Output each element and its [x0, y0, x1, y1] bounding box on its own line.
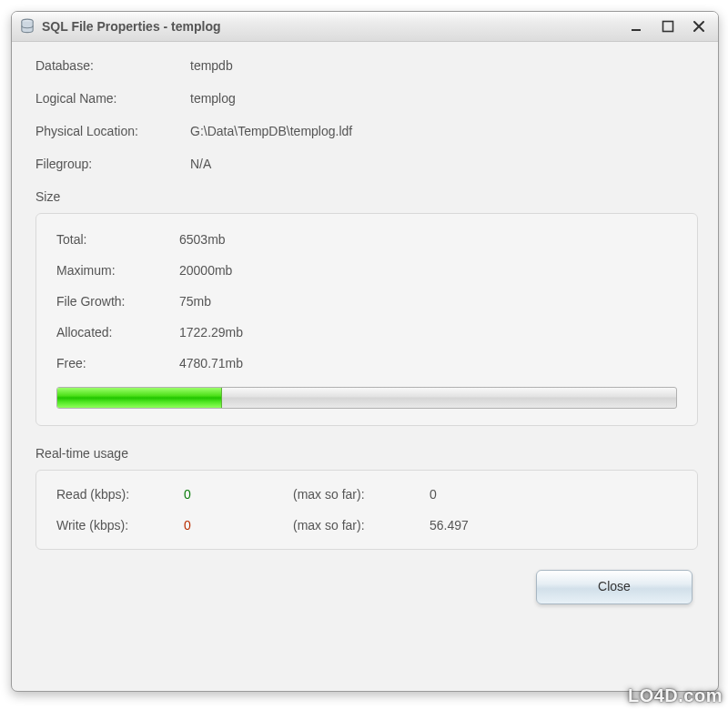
allocation-progress-fill	[57, 388, 222, 408]
size-allocated-value: 1722.29mb	[179, 325, 243, 340]
write-max-label: (max so far):	[293, 518, 430, 532]
size-file-growth-label: File Growth:	[56, 294, 179, 309]
read-value: 0	[184, 487, 293, 502]
svg-rect-2	[663, 22, 673, 32]
size-file-growth-value: 75mb	[179, 294, 211, 309]
write-value: 0	[184, 518, 293, 532]
size-allocated-label: Allocated:	[56, 325, 179, 340]
size-total-label: Total:	[56, 232, 179, 247]
logical-name-value: templog	[190, 91, 698, 106]
realtime-section-label: Real-time usage	[35, 446, 698, 461]
window: SQL File Properties - templog Database: …	[11, 11, 719, 692]
size-free-value: 4780.71mb	[179, 356, 243, 370]
filegroup-label: Filegroup:	[35, 157, 190, 171]
physical-location-value: G:\Data\TempDB\templog.ldf	[190, 124, 698, 138]
database-value: tempdb	[190, 58, 698, 73]
size-maximum-value: 20000mb	[179, 263, 232, 278]
write-max-value: 56.497	[430, 518, 469, 532]
physical-location-label: Physical Location:	[35, 124, 190, 138]
read-label: Read (kbps):	[56, 487, 184, 502]
logical-name-label: Logical Name:	[35, 91, 190, 106]
titlebar[interactable]: SQL File Properties - templog	[12, 12, 718, 42]
realtime-panel: Read (kbps): 0 (max so far): 0 Write (kb…	[35, 470, 698, 550]
size-maximum-label: Maximum:	[56, 263, 179, 278]
allocation-progress-bar	[56, 387, 677, 409]
database-label: Database:	[35, 58, 190, 73]
window-title: SQL File Properties - templog	[42, 19, 629, 34]
minimize-button[interactable]	[629, 18, 645, 35]
size-total-value: 6503mb	[179, 232, 226, 247]
write-label: Write (kbps):	[56, 518, 184, 532]
close-button[interactable]: Close	[536, 570, 693, 604]
size-free-label: Free:	[56, 356, 179, 370]
client-area: Database: tempdb Logical Name: templog P…	[12, 42, 718, 621]
close-window-button[interactable]	[691, 18, 707, 35]
svg-rect-1	[632, 29, 641, 31]
size-panel: Total: 6503mb Maximum: 20000mb File Grow…	[35, 213, 698, 426]
read-max-label: (max so far):	[293, 487, 430, 502]
filegroup-value: N/A	[190, 157, 698, 171]
size-section-label: Size	[35, 189, 698, 204]
maximize-button[interactable]	[660, 18, 676, 35]
read-max-value: 0	[430, 487, 437, 502]
database-icon	[19, 18, 35, 35]
